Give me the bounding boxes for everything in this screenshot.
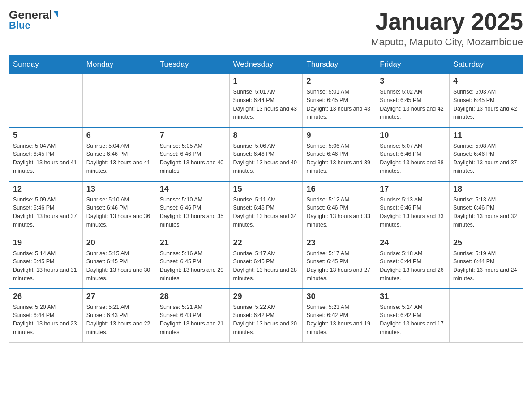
week-row-3: 12Sunrise: 5:09 AMSunset: 6:46 PMDayligh… <box>9 181 523 235</box>
day-info: Sunrise: 5:21 AMSunset: 6:43 PMDaylight:… <box>160 303 226 337</box>
calendar-cell <box>9 74 83 128</box>
day-number: 31 <box>380 292 446 301</box>
day-info: Sunrise: 5:12 AMSunset: 6:46 PMDaylight:… <box>306 196 372 229</box>
day-header-sunday: Sunday <box>9 56 83 74</box>
day-number: 25 <box>453 238 519 248</box>
day-number: 1 <box>233 77 299 86</box>
calendar-cell: 8Sunrise: 5:06 AMSunset: 6:46 PMDaylight… <box>229 128 303 181</box>
day-info: Sunrise: 5:17 AMSunset: 6:45 PMDaylight:… <box>306 249 372 283</box>
logo-line2: Blue <box>9 20 30 31</box>
day-number: 10 <box>380 131 446 140</box>
calendar-cell <box>450 289 523 342</box>
day-info: Sunrise: 5:03 AMSunset: 6:45 PMDaylight:… <box>453 88 519 121</box>
day-info: Sunrise: 5:06 AMSunset: 6:46 PMDaylight:… <box>306 142 372 176</box>
day-info: Sunrise: 5:19 AMSunset: 6:44 PMDaylight:… <box>453 249 519 283</box>
logo: General Blue <box>9 9 58 31</box>
calendar-cell: 10Sunrise: 5:07 AMSunset: 6:46 PMDayligh… <box>376 128 450 181</box>
day-number: 28 <box>160 292 226 301</box>
calendar-table: SundayMondayTuesdayWednesdayThursdayFrid… <box>9 55 523 342</box>
day-info: Sunrise: 5:01 AMSunset: 6:44 PMDaylight:… <box>233 88 299 121</box>
day-number: 2 <box>306 77 372 86</box>
calendar-cell: 17Sunrise: 5:13 AMSunset: 6:46 PMDayligh… <box>376 181 450 235</box>
day-number: 7 <box>160 131 226 140</box>
calendar-cell: 2Sunrise: 5:01 AMSunset: 6:45 PMDaylight… <box>303 74 376 128</box>
day-number: 3 <box>380 77 446 86</box>
day-header-friday: Friday <box>376 56 450 74</box>
day-info: Sunrise: 5:04 AMSunset: 6:46 PMDaylight:… <box>86 142 152 176</box>
calendar-cell: 15Sunrise: 5:11 AMSunset: 6:46 PMDayligh… <box>229 181 303 235</box>
day-number: 20 <box>86 238 152 248</box>
day-info: Sunrise: 5:20 AMSunset: 6:44 PMDaylight:… <box>13 303 79 337</box>
calendar-cell: 18Sunrise: 5:13 AMSunset: 6:46 PMDayligh… <box>450 181 523 235</box>
calendar-cell: 14Sunrise: 5:10 AMSunset: 6:46 PMDayligh… <box>156 181 229 235</box>
day-number: 17 <box>380 184 446 194</box>
day-info: Sunrise: 5:13 AMSunset: 6:46 PMDaylight:… <box>380 196 446 229</box>
day-number: 9 <box>306 131 372 140</box>
day-info: Sunrise: 5:04 AMSunset: 6:45 PMDaylight:… <box>13 142 79 176</box>
calendar-cell: 22Sunrise: 5:17 AMSunset: 6:45 PMDayligh… <box>229 235 303 289</box>
day-info: Sunrise: 5:10 AMSunset: 6:46 PMDaylight:… <box>160 196 226 229</box>
calendar-cell: 23Sunrise: 5:17 AMSunset: 6:45 PMDayligh… <box>303 235 376 289</box>
calendar-cell: 16Sunrise: 5:12 AMSunset: 6:46 PMDayligh… <box>303 181 376 235</box>
calendar-cell: 11Sunrise: 5:08 AMSunset: 6:46 PMDayligh… <box>450 128 523 181</box>
day-number: 14 <box>160 184 226 194</box>
day-number: 26 <box>13 292 79 301</box>
day-number: 12 <box>13 184 79 194</box>
day-info: Sunrise: 5:24 AMSunset: 6:42 PMDaylight:… <box>380 303 446 337</box>
day-info: Sunrise: 5:11 AMSunset: 6:46 PMDaylight:… <box>233 196 299 229</box>
week-row-5: 26Sunrise: 5:20 AMSunset: 6:44 PMDayligh… <box>9 289 523 342</box>
calendar-cell: 31Sunrise: 5:24 AMSunset: 6:42 PMDayligh… <box>376 289 450 342</box>
week-row-2: 5Sunrise: 5:04 AMSunset: 6:45 PMDaylight… <box>9 128 523 181</box>
day-info: Sunrise: 5:06 AMSunset: 6:46 PMDaylight:… <box>233 142 299 176</box>
calendar-cell: 29Sunrise: 5:22 AMSunset: 6:42 PMDayligh… <box>229 289 303 342</box>
days-header-row: SundayMondayTuesdayWednesdayThursdayFrid… <box>9 56 523 74</box>
day-number: 22 <box>233 238 299 248</box>
day-number: 30 <box>306 292 372 301</box>
day-header-wednesday: Wednesday <box>229 56 303 74</box>
calendar-cell: 4Sunrise: 5:03 AMSunset: 6:45 PMDaylight… <box>450 74 523 128</box>
week-row-1: 1Sunrise: 5:01 AMSunset: 6:44 PMDaylight… <box>9 74 523 128</box>
day-number: 8 <box>233 131 299 140</box>
calendar-cell: 21Sunrise: 5:16 AMSunset: 6:45 PMDayligh… <box>156 235 229 289</box>
day-number: 5 <box>13 131 79 140</box>
day-number: 24 <box>380 238 446 248</box>
calendar-cell <box>156 74 229 128</box>
calendar-cell: 13Sunrise: 5:10 AMSunset: 6:46 PMDayligh… <box>82 181 156 235</box>
calendar-cell: 30Sunrise: 5:23 AMSunset: 6:42 PMDayligh… <box>303 289 376 342</box>
calendar-title: January 2025 <box>371 9 523 34</box>
day-info: Sunrise: 5:10 AMSunset: 6:46 PMDaylight:… <box>86 196 152 229</box>
day-info: Sunrise: 5:22 AMSunset: 6:42 PMDaylight:… <box>233 303 299 337</box>
day-info: Sunrise: 5:18 AMSunset: 6:44 PMDaylight:… <box>380 249 446 283</box>
day-info: Sunrise: 5:13 AMSunset: 6:46 PMDaylight:… <box>453 196 519 229</box>
day-info: Sunrise: 5:02 AMSunset: 6:45 PMDaylight:… <box>380 88 446 121</box>
day-number: 11 <box>453 131 519 140</box>
calendar-cell: 19Sunrise: 5:14 AMSunset: 6:45 PMDayligh… <box>9 235 83 289</box>
day-info: Sunrise: 5:05 AMSunset: 6:46 PMDaylight:… <box>160 142 226 176</box>
day-info: Sunrise: 5:17 AMSunset: 6:45 PMDaylight:… <box>233 249 299 283</box>
day-info: Sunrise: 5:08 AMSunset: 6:46 PMDaylight:… <box>453 142 519 176</box>
day-info: Sunrise: 5:15 AMSunset: 6:45 PMDaylight:… <box>86 249 152 283</box>
calendar-cell: 28Sunrise: 5:21 AMSunset: 6:43 PMDayligh… <box>156 289 229 342</box>
calendar-cell: 6Sunrise: 5:04 AMSunset: 6:46 PMDaylight… <box>82 128 156 181</box>
day-number: 21 <box>160 238 226 248</box>
logo-line1: General <box>9 9 58 21</box>
day-header-monday: Monday <box>82 56 156 74</box>
day-number: 19 <box>13 238 79 248</box>
day-info: Sunrise: 5:09 AMSunset: 6:46 PMDaylight:… <box>13 196 79 229</box>
day-header-thursday: Thursday <box>303 56 376 74</box>
calendar-cell: 3Sunrise: 5:02 AMSunset: 6:45 PMDaylight… <box>376 74 450 128</box>
page-header: General Blue January 2025 Maputo, Maputo… <box>9 9 523 48</box>
day-info: Sunrise: 5:21 AMSunset: 6:43 PMDaylight:… <box>86 303 152 337</box>
week-row-4: 19Sunrise: 5:14 AMSunset: 6:45 PMDayligh… <box>9 235 523 289</box>
calendar-cell: 27Sunrise: 5:21 AMSunset: 6:43 PMDayligh… <box>82 289 156 342</box>
title-area: January 2025 Maputo, Maputo City, Mozamb… <box>371 9 523 48</box>
calendar-cell <box>82 74 156 128</box>
day-number: 13 <box>86 184 152 194</box>
calendar-cell: 25Sunrise: 5:19 AMSunset: 6:44 PMDayligh… <box>450 235 523 289</box>
day-info: Sunrise: 5:16 AMSunset: 6:45 PMDaylight:… <box>160 249 226 283</box>
day-info: Sunrise: 5:07 AMSunset: 6:46 PMDaylight:… <box>380 142 446 176</box>
day-number: 18 <box>453 184 519 194</box>
day-number: 23 <box>306 238 372 248</box>
calendar-cell: 20Sunrise: 5:15 AMSunset: 6:45 PMDayligh… <box>82 235 156 289</box>
day-number: 6 <box>86 131 152 140</box>
